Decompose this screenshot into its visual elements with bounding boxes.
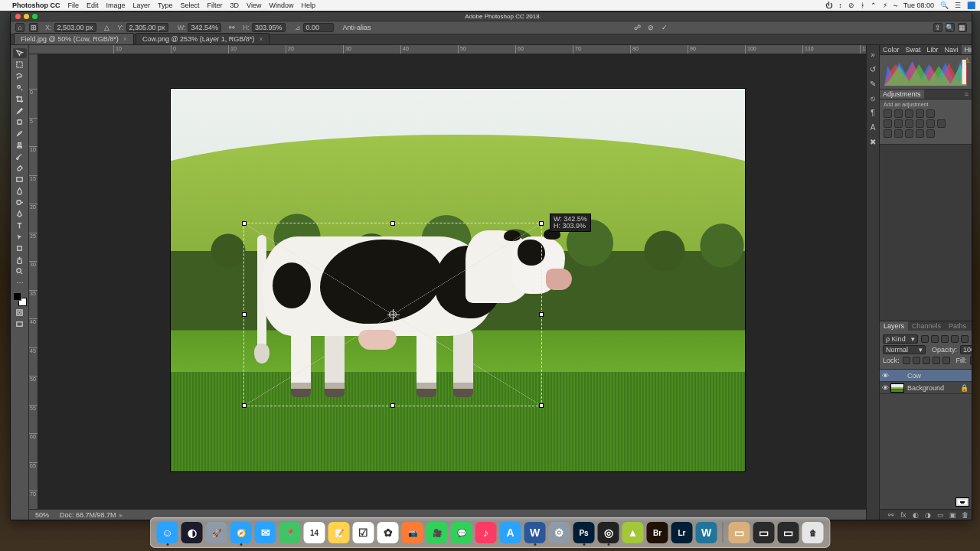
tab-channels[interactable]: Channels <box>908 321 945 331</box>
dock-app-appstore[interactable]: A <box>500 522 521 543</box>
dock-app-calendar[interactable]: 14 <box>304 522 325 543</box>
layer-name[interactable]: Background <box>907 384 944 392</box>
zoom-button[interactable] <box>32 14 38 19</box>
link-icon[interactable]: ⚯ <box>228 23 236 32</box>
history-brush-tool[interactable] <box>13 152 27 161</box>
dock-app-siri[interactable]: ◐ <box>181 522 203 543</box>
document-tab[interactable]: Field.jpg @ 50% (Cow, RGB/8*)× <box>14 33 134 44</box>
notification-icon[interactable]: 🟦 <box>967 2 975 9</box>
battery-icon[interactable]: ⚡︎ <box>883 2 887 9</box>
dock-app-itunes[interactable]: ♪ <box>475 522 497 543</box>
opacity-field[interactable]: 100% <box>960 345 972 354</box>
free-transform-bounds[interactable] <box>243 223 542 406</box>
trash-icon[interactable]: 🗑 <box>961 511 969 519</box>
menu-edit[interactable]: Edit <box>87 2 99 9</box>
adjustment-icon[interactable] <box>894 119 903 128</box>
history-icon[interactable]: ↺ <box>868 64 878 74</box>
tab-paths[interactable]: Paths <box>945 321 970 331</box>
window-titlebar[interactable]: Adobe Photoshop CC 2018 <box>11 12 972 21</box>
clock[interactable]: Tue 08:00 <box>903 2 934 9</box>
path-select-tool[interactable] <box>13 232 27 242</box>
dock-app-sysprefs[interactable]: ⚙ <box>549 522 570 543</box>
canvas[interactable]: 05101520253035404550556065707580 <box>29 54 866 509</box>
dock-app-messages[interactable]: 💬 <box>451 522 472 543</box>
panel-menu-icon[interactable]: ≡ <box>970 322 972 330</box>
zoom-level[interactable]: 50% <box>35 511 49 519</box>
arrow-icon[interactable]: » <box>868 50 878 60</box>
menu-filter[interactable]: Filter <box>207 2 223 9</box>
menu-file[interactable]: File <box>68 2 80 9</box>
menu-window[interactable]: Window <box>269 2 293 9</box>
transform-reference-point[interactable] <box>389 311 397 318</box>
adjustment-icon[interactable] <box>894 109 903 118</box>
w-field[interactable]: 342.54% <box>188 23 221 32</box>
ruler-horizontal[interactable]: 100102030405060708090100110120130 <box>29 45 866 54</box>
adjustment-icon[interactable] <box>926 119 935 128</box>
layer-row[interactable]: 👁 Cow <box>880 370 972 382</box>
lock-icon[interactable] <box>913 357 920 364</box>
adjustment-icon[interactable] <box>905 119 913 128</box>
shape-tool[interactable] <box>13 243 27 253</box>
dock-app-notes[interactable]: 📝 <box>328 522 350 543</box>
dock-app-facetime[interactable]: 🎥 <box>426 522 448 543</box>
x-field[interactable]: 2,503.00 px <box>54 23 96 32</box>
close-button[interactable] <box>15 14 21 19</box>
pen-tool[interactable] <box>13 209 27 219</box>
group-icon[interactable]: ▭ <box>936 511 944 519</box>
tab-histogram[interactable]: Histogram <box>962 45 972 54</box>
close-icon[interactable]: × <box>259 35 263 43</box>
dock-app-finder[interactable]: ☺ <box>157 522 178 543</box>
foreground-background-colors[interactable] <box>13 292 27 306</box>
layer-name[interactable]: Cow <box>907 372 921 380</box>
dock-app-word[interactable]: W <box>524 522 546 543</box>
chevron-right-icon[interactable]: ▸ <box>119 511 123 519</box>
transform-reference-icon[interactable]: ⊞ <box>29 23 38 32</box>
adjustment-icon[interactable] <box>926 129 935 138</box>
adjustment-icon[interactable] <box>916 119 924 128</box>
adjustment-icon[interactable] <box>916 109 924 118</box>
doc-size[interactable]: Doc: 68.7M/98.7M▸ <box>60 511 123 519</box>
dock-app-photos[interactable]: ✿ <box>377 522 399 543</box>
dock-app-photobooth[interactable]: 📷 <box>402 522 423 543</box>
layer-filter-select[interactable]: ρ Kind ▾ <box>883 334 918 344</box>
dock-app-maps[interactable]: 📍 <box>279 522 301 543</box>
share-icon[interactable]: ⇪ <box>933 23 942 32</box>
dock-app-android[interactable]: ▲ <box>622 522 644 543</box>
layer-thumbnail[interactable] <box>956 497 969 507</box>
menu-type[interactable]: Type <box>158 2 173 9</box>
eraser-tool[interactable] <box>13 163 27 173</box>
menu-3d[interactable]: 3D <box>230 2 240 9</box>
fx-icon[interactable]: fx <box>900 511 907 519</box>
y-field[interactable]: 2,305.00 px <box>126 23 168 32</box>
adjustment-icon[interactable] <box>905 129 913 138</box>
menu-help[interactable]: Help <box>301 2 315 9</box>
dock-app-trash[interactable]: 🗑 <box>802 522 824 543</box>
dock-app-launchpad[interactable]: 🚀 <box>206 522 227 543</box>
lock-icon[interactable] <box>933 357 940 364</box>
character-icon[interactable]: A <box>868 122 878 132</box>
lock-icon[interactable]: 🔒 <box>960 384 972 392</box>
workspace-icon[interactable]: ▦ <box>958 23 967 32</box>
zoom-tool[interactable] <box>13 266 27 276</box>
brush-tool[interactable] <box>13 129 27 139</box>
adjustment-icon[interactable] <box>926 109 935 118</box>
tab-color[interactable]: Color <box>880 45 903 54</box>
transform-handle[interactable] <box>242 221 247 226</box>
volume-icon[interactable]: ⏦ <box>893 2 897 9</box>
h-field[interactable]: 303.95% <box>252 23 286 32</box>
tab-navigator[interactable]: Navi <box>942 45 962 54</box>
tab-layers[interactable]: Layers <box>880 321 908 331</box>
quick-select-tool[interactable] <box>13 83 27 93</box>
adjustment-icon[interactable] <box>937 119 946 128</box>
lock-icon[interactable] <box>942 357 950 364</box>
transform-handle[interactable] <box>242 403 247 408</box>
antialias-check[interactable]: Anti-alias <box>343 24 371 31</box>
dock-app-lightroom[interactable]: Lr <box>671 522 693 543</box>
adjustment-icon[interactable] <box>916 129 924 138</box>
new-layer-icon[interactable]: ▣ <box>949 511 956 519</box>
dodge-tool[interactable] <box>13 197 27 207</box>
status-icon[interactable]: ⊘ <box>848 2 854 9</box>
app-menu[interactable]: Photoshop CC <box>12 2 60 9</box>
brush-presets-icon[interactable]: ✎ <box>868 79 878 89</box>
status-icon[interactable]: ⏻ <box>825 2 832 9</box>
